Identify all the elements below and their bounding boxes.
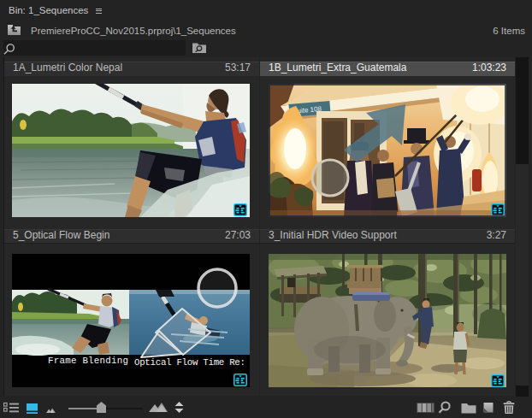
svg-text:Frame Blending: Frame Blending (48, 356, 128, 366)
svg-text:Optical Flow Time Re:: Optical Flow Time Re: (134, 357, 245, 368)
